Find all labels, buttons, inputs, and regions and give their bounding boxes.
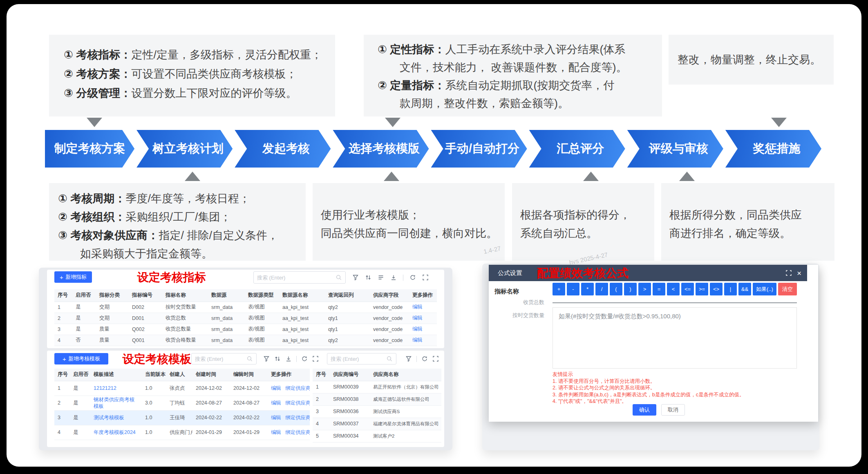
template-desc-link[interactable]: 12121212 xyxy=(90,381,142,396)
operator-button[interactable]: | xyxy=(724,283,737,295)
bind-supplier-link[interactable]: 绑定供应商 xyxy=(285,415,310,420)
edit-link[interactable]: 编辑 xyxy=(409,335,437,346)
operator-button[interactable]: ) xyxy=(624,283,637,295)
clear-button[interactable]: 清空 xyxy=(778,283,797,295)
info-line: 款周期，整改件数，索赔金额等)。 xyxy=(378,94,662,112)
edit-link[interactable]: 编辑 xyxy=(409,313,437,324)
operator-row: +-*/()>=<<=>=<>|&&如果(..) 清空 xyxy=(553,283,797,295)
filter-icon[interactable] xyxy=(263,356,270,362)
operator-button[interactable]: <= xyxy=(681,283,694,295)
fullscreen-icon[interactable] xyxy=(432,356,439,362)
column-header: 数据源类型 xyxy=(245,289,279,302)
supplier-row[interactable]: 3 SRM00036 测试供应商S xyxy=(313,405,441,418)
template-row[interactable]: 4 是 年度考核模板2024 1.0 供应商门户 2024-01-29 2024… xyxy=(54,425,310,440)
template-row[interactable]: 1 是 12121212 1.0 张贞贞 2024-12-02 2024-12-… xyxy=(54,381,310,396)
template-desc-link[interactable]: 测试考核模板 xyxy=(90,410,142,425)
cell-code: Q002 xyxy=(129,324,162,335)
cell-return-col: qty1 xyxy=(325,313,370,324)
info-line: ① 考核指标：定性/定量，多级指标，灵活分配权重； xyxy=(64,45,335,65)
bind-supplier-link[interactable]: 绑定供应商 xyxy=(285,429,310,435)
operator-button[interactable]: > xyxy=(638,283,651,295)
template-row[interactable]: 3 是 测试考核模板 1.0 王佳琦 2024-02-22 2024-02-22… xyxy=(54,410,310,425)
edit-link[interactable]: 编辑 xyxy=(409,302,437,313)
operator-button[interactable]: <> xyxy=(710,283,723,295)
indicator-row[interactable]: 3 是 质量 Q002 收货总数量 srm_data 表/视图 aa_kpi_t… xyxy=(54,324,437,335)
operator-button[interactable]: * xyxy=(581,283,594,295)
column-header: 供应商编号 xyxy=(330,369,370,381)
edit-link[interactable]: 编辑 xyxy=(271,385,281,391)
filter-icon[interactable] xyxy=(352,274,359,281)
supplier-toolbar-icons xyxy=(405,356,439,362)
refresh-icon[interactable] xyxy=(421,356,428,362)
filter-icon[interactable] xyxy=(405,356,412,362)
template-desc-link[interactable]: 钢材类供应商考核模板 xyxy=(90,396,142,410)
close-icon[interactable]: × xyxy=(797,269,801,277)
operator-button[interactable]: ( xyxy=(610,283,622,295)
edit-link[interactable]: 编辑 xyxy=(271,415,281,420)
supplier-search-box xyxy=(327,353,396,364)
indicator-row[interactable]: 4 否 质量 Q001 收货合格数量 srm_data 表/视图 aa_kpi_… xyxy=(54,335,437,346)
cancel-button[interactable]: 取消 xyxy=(661,404,685,416)
add-template-button[interactable]: + 新增考核模板 xyxy=(54,353,108,364)
annotation-configure-formula: 配置绩效考核公式 xyxy=(537,266,629,281)
cell-supplier-code: SRM00036 xyxy=(330,405,370,418)
download-icon[interactable] xyxy=(390,274,397,281)
process-step: 树立考核计划 xyxy=(136,130,233,168)
operator-button[interactable]: - xyxy=(567,283,579,295)
info-line: ② 考核组织：采购组织/工厂/集团； xyxy=(58,208,306,226)
supplier-row[interactable]: 1 SRM00039 易正开拓软件（北京）有限公司 xyxy=(313,381,441,393)
refresh-icon[interactable] xyxy=(409,274,416,281)
formula-editor[interactable]: 如果(#按时交货数量/#收货总数>0.95,100,80) xyxy=(553,307,797,369)
cell-enabled: 是 xyxy=(70,381,90,396)
template-desc-link[interactable]: 年度考核模板2024 xyxy=(90,425,142,440)
supplier-row[interactable]: 4 SRM00037 福建鸿星尔克体育用品有限公司 xyxy=(313,418,441,430)
column-header: 查询返回列 xyxy=(325,289,370,302)
sort-icon[interactable] xyxy=(274,356,281,362)
cell-creator: 丁均钰 xyxy=(166,396,192,410)
operator-button[interactable]: / xyxy=(595,283,608,295)
column-header: 当前版本 xyxy=(142,369,166,381)
operator-button[interactable]: = xyxy=(653,283,665,295)
supplier-search-input[interactable] xyxy=(331,356,386,362)
indicator-name-item[interactable]: 收货总数 xyxy=(489,296,550,309)
cell-seq: 4 xyxy=(313,418,330,430)
refresh-icon[interactable] xyxy=(301,356,308,362)
sort-icon[interactable] xyxy=(365,274,371,281)
hint-title: 友情提示 xyxy=(553,371,744,378)
column-header: 供应商字段 xyxy=(370,289,409,302)
supplier-row[interactable]: 2 SRM00038 威海正德弘远软件有限公司 xyxy=(313,393,441,405)
fullscreen-icon[interactable] xyxy=(785,270,792,276)
indicator-search-input[interactable] xyxy=(257,275,336,281)
edit-link[interactable]: 编辑 xyxy=(271,429,281,435)
edit-link[interactable]: 编辑 xyxy=(409,324,437,335)
fullscreen-icon[interactable] xyxy=(312,356,319,362)
column-header: 序号 xyxy=(54,289,72,302)
process-step: 手动/自动打分 xyxy=(431,130,527,168)
operator-button[interactable]: < xyxy=(667,283,680,295)
operator-button[interactable]: 如果(..) xyxy=(753,283,776,295)
bind-supplier-link[interactable]: 绑定供应商 xyxy=(285,400,310,406)
cell-supplier-code: SRM00034 xyxy=(330,430,370,442)
operator-button[interactable]: + xyxy=(553,283,565,295)
template-search-input[interactable] xyxy=(195,356,246,362)
indicator-name-item[interactable]: 按时交货数量 xyxy=(489,309,550,322)
fullscreen-icon[interactable] xyxy=(422,274,429,281)
operator-button[interactable]: && xyxy=(738,283,751,295)
indicator-row[interactable]: 2 是 交期 D001 收货总数 srm_data 表/视图 aa_kpi_te… xyxy=(54,313,437,324)
download-icon[interactable] xyxy=(285,356,292,362)
confirm-button[interactable]: 确认 xyxy=(633,404,656,416)
indicator-row[interactable]: 1 是 交期 D002 按时交货数量 srm_data 表/视图 aa_kpi_… xyxy=(54,302,437,313)
template-row[interactable]: 2 是 钢材类供应商考核模板 3.0 丁均钰 2024-08-27 2024-0… xyxy=(54,396,310,410)
sidebar-title: 指标名称 xyxy=(494,288,519,295)
process-step: 选择考核模版 xyxy=(333,130,429,168)
bind-supplier-link[interactable]: 绑定供应商 xyxy=(285,385,310,391)
operator-button[interactable]: >= xyxy=(696,283,708,295)
edit-link[interactable]: 编辑 xyxy=(271,400,281,406)
supplier-row[interactable]: 5 SRM00034 测试客户2 xyxy=(313,430,441,442)
indicator-name-list: 收货总数按时交货数量 xyxy=(489,296,550,322)
cell-category: 质量 xyxy=(96,335,129,346)
add-indicator-button[interactable]: + 新增指标 xyxy=(54,271,92,283)
indicator-toolbar-icons xyxy=(352,274,429,281)
cell-edited: 2024-12-02 xyxy=(230,381,268,396)
columns-icon[interactable] xyxy=(378,274,384,281)
